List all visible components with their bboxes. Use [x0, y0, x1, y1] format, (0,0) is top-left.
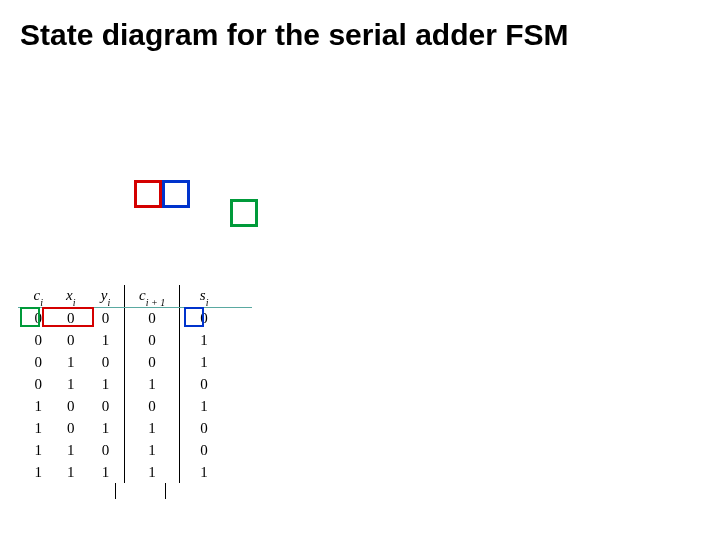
table-row: 11111 [22, 461, 228, 483]
cell-ci: 1 [22, 395, 55, 417]
cell-cip1: 0 [124, 329, 179, 351]
cell-yi: 1 [87, 373, 124, 395]
table-row: 00101 [22, 329, 228, 351]
th-xi-sub: i [73, 297, 76, 308]
cell-si: 0 [180, 373, 228, 395]
cell-ci: 0 [22, 351, 55, 373]
cell-xi: 0 [55, 417, 88, 439]
th-si-base: s [200, 287, 206, 303]
cell-yi: 1 [87, 417, 124, 439]
cell-ci: 1 [22, 461, 55, 483]
cell-si: 1 [180, 329, 228, 351]
cell-yi: 0 [87, 395, 124, 417]
cell-cip1: 1 [124, 439, 179, 461]
table-row: 01001 [22, 351, 228, 373]
table-body: 0000000101010010111010001101101101011111 [22, 307, 228, 483]
highlight-xiyi [42, 307, 94, 327]
separator-tail-1 [115, 483, 116, 499]
th-cip1: ci + 1 [124, 285, 179, 307]
cell-ci: 1 [22, 439, 55, 461]
cell-cip1: 0 [124, 395, 179, 417]
cell-ci: 0 [22, 373, 55, 395]
cell-si: 1 [180, 395, 228, 417]
table-row: 11010 [22, 439, 228, 461]
cell-cip1: 0 [124, 351, 179, 373]
table-head: ci xi yi ci + 1 si [22, 285, 228, 307]
cell-ci: 1 [22, 417, 55, 439]
cell-ci: 0 [22, 329, 55, 351]
cell-yi: 1 [87, 329, 124, 351]
cell-xi: 1 [55, 373, 88, 395]
cell-xi: 1 [55, 461, 88, 483]
cell-cip1: 0 [124, 307, 179, 329]
page-title: State diagram for the serial adder FSM [20, 18, 568, 52]
cell-xi: 1 [55, 351, 88, 373]
cell-si: 1 [180, 351, 228, 373]
table-row: 10110 [22, 417, 228, 439]
th-yi-sub: i [107, 297, 110, 308]
th-xi: xi [55, 285, 88, 307]
cell-cip1: 1 [124, 461, 179, 483]
th-si: si [180, 285, 228, 307]
th-cip1-base: c [139, 287, 146, 303]
th-si-sub: i [206, 297, 209, 308]
th-ci-sub: i [40, 297, 43, 308]
table-header-row: ci xi yi ci + 1 si [22, 285, 228, 307]
cell-yi: 0 [87, 351, 124, 373]
separator-tail-2 [165, 483, 166, 499]
cell-xi: 1 [55, 439, 88, 461]
th-xi-base: x [66, 287, 73, 303]
th-yi: yi [87, 285, 124, 307]
cell-cip1: 1 [124, 417, 179, 439]
cell-yi: 1 [87, 461, 124, 483]
table-row: 10001 [22, 395, 228, 417]
cell-yi: 0 [87, 439, 124, 461]
legend-square-blue [162, 180, 190, 208]
cell-xi: 0 [55, 329, 88, 351]
legend-square-red [134, 180, 162, 208]
slide: State diagram for the serial adder FSM c… [0, 0, 720, 540]
legend-square-green [230, 199, 258, 227]
th-ci: ci [22, 285, 55, 307]
highlight-ci [20, 307, 40, 327]
highlight-si [184, 307, 204, 327]
cell-si: 0 [180, 417, 228, 439]
table-row: 01110 [22, 373, 228, 395]
th-cip1-sub: i + 1 [146, 297, 166, 308]
cell-si: 1 [180, 461, 228, 483]
cell-si: 0 [180, 439, 228, 461]
cell-cip1: 1 [124, 373, 179, 395]
cell-xi: 0 [55, 395, 88, 417]
